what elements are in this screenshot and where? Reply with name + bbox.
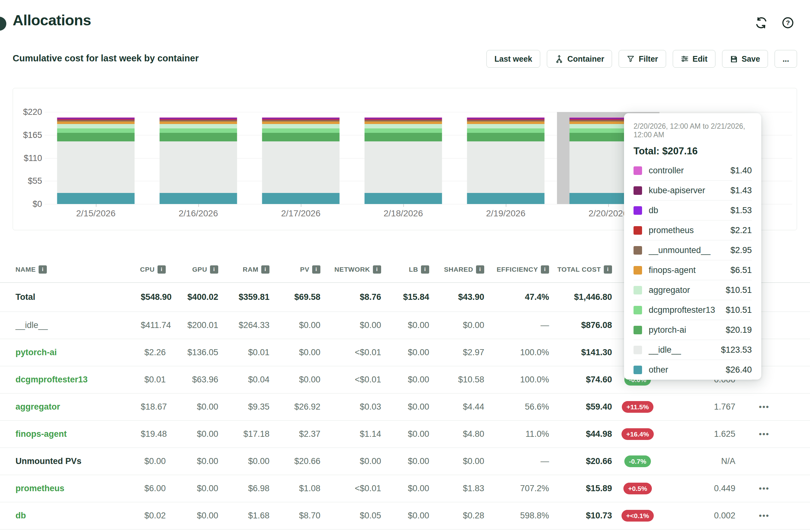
cell-cpu: $2.26 (139, 348, 168, 357)
chart-bar-slot[interactable]: 2/16/2026 (147, 112, 249, 204)
cell-efficiency: — (486, 320, 551, 330)
chart-bar-slot[interactable]: 2/18/2026 (352, 112, 454, 204)
cell-network: $0.03 (322, 402, 383, 412)
cell-cost-change: -0.7% (614, 455, 661, 467)
info-icon[interactable]: i (421, 265, 429, 274)
cell-gpu: $0.00 (168, 402, 220, 412)
toolbar-button-lastweek[interactable]: Last week (486, 50, 540, 68)
chart-bar-slot[interactable]: 2/15/2026 (45, 112, 147, 204)
column-header-cpu[interactable]: CPUi (139, 265, 168, 274)
legend-swatch (633, 326, 642, 334)
cell-gpu: $0.00 (168, 511, 220, 521)
info-icon[interactable]: i (210, 265, 218, 274)
row-actions-menu-button[interactable]: ••• (759, 511, 769, 520)
cell-gpu: $0.00 (168, 429, 220, 439)
cell-ram: $0.00 (220, 456, 271, 466)
info-icon[interactable]: i (38, 265, 47, 274)
toolbar-button-filter[interactable]: Filter (619, 50, 666, 68)
bar-segment-__idle__ (365, 141, 442, 193)
stacked-bar-2/17/2026[interactable] (262, 117, 340, 204)
row-actions-menu-button[interactable]: ••• (759, 429, 769, 439)
column-header-label: NETWORK (334, 266, 370, 273)
row-actions-menu-button[interactable]: ••• (759, 402, 769, 412)
column-header-pv[interactable]: PVi (271, 265, 322, 274)
row-name[interactable]: aggregator (0, 402, 139, 412)
cell-network: $1.14 (322, 429, 383, 439)
bar-segment-aggregator (57, 124, 135, 128)
column-header-gpu[interactable]: GPUi (168, 265, 220, 274)
toolbar-button-save[interactable]: Save (722, 50, 768, 68)
legend-name: other (649, 365, 726, 375)
cell-gpu: $0.00 (168, 456, 220, 466)
row-name[interactable]: prometheus (0, 484, 139, 494)
bar-segment-pytorch-ai (365, 133, 442, 141)
cell-ram: $6.98 (220, 484, 271, 494)
cell-actions: ••• (737, 484, 791, 494)
cell-network: $0.00 (322, 320, 383, 330)
info-icon[interactable]: i (373, 265, 381, 274)
row-name[interactable]: dcgmproftester13 (0, 375, 139, 385)
row-actions-menu-button[interactable]: ••• (759, 484, 769, 493)
legend-value: $20.19 (726, 325, 752, 335)
x-axis-tick (608, 204, 609, 207)
row-name: Total (0, 292, 139, 302)
x-axis-tick (198, 204, 199, 207)
x-axis-tick (506, 204, 506, 207)
legend-value: $10.51 (726, 285, 752, 295)
bar-segment-finops-agent (57, 122, 135, 124)
legend-swatch (633, 166, 642, 175)
cell-ram: $264.33 (220, 320, 271, 330)
sidebar-edge-bump[interactable] (0, 17, 6, 31)
legend-value: $6.51 (730, 265, 752, 275)
bar-segment-aggregator (262, 124, 340, 128)
legend-swatch (633, 366, 642, 374)
stacked-bar-2/18/2026[interactable] (365, 117, 442, 204)
toolbar-button-container[interactable]: Container (547, 50, 612, 68)
toolbar-button-edit[interactable]: Edit (673, 50, 715, 68)
toolbar-button-[interactable]: ... (775, 50, 797, 68)
help-button[interactable]: ? (781, 16, 795, 30)
bar-segment-other (467, 193, 545, 204)
cell-pv: $69.58 (271, 292, 322, 302)
cell-shared: $2.97 (431, 348, 486, 357)
chart-bar-slot[interactable]: 2/17/2026 (249, 112, 352, 204)
stacked-bar-2/19/2026[interactable] (467, 117, 545, 204)
y-axis-label: $55 (13, 176, 42, 186)
info-icon[interactable]: i (604, 265, 612, 274)
info-icon[interactable]: i (476, 265, 484, 274)
row-name[interactable]: finops-agent (0, 429, 139, 439)
cell-cpu: $548.90 (139, 292, 168, 302)
column-header-name[interactable]: NAMEi (0, 265, 139, 274)
cell-cpu: $0.00 (139, 456, 168, 466)
chart-bar-slot[interactable]: 2/19/2026 (454, 112, 557, 204)
cell-network: $0.00 (322, 456, 383, 466)
table-row-unmounted-pvs: Unmounted PVs$0.00$0.00$0.00$20.66$0.00$… (0, 448, 810, 475)
cell-shared: $0.00 (431, 320, 486, 330)
row-name[interactable]: db (0, 511, 139, 521)
info-icon[interactable]: i (261, 265, 270, 274)
stacked-bar-2/16/2026[interactable] (160, 117, 237, 204)
row-name[interactable]: pytorch-ai (0, 348, 139, 357)
cell-network: <$0.01 (322, 375, 383, 385)
x-axis-tick (96, 204, 96, 207)
info-icon[interactable]: i (312, 265, 320, 274)
legend-value: $1.43 (730, 186, 752, 195)
column-header-shared[interactable]: SHAREDi (431, 265, 486, 274)
column-header-lb[interactable]: LBi (383, 265, 431, 274)
refresh-button[interactable] (754, 16, 768, 30)
column-header-label: RAM (243, 266, 258, 273)
bar-segment-pytorch-ai (160, 133, 237, 141)
cell-lb: $15.84 (383, 292, 431, 302)
cell-gpu: $400.02 (168, 292, 220, 302)
column-header-ram[interactable]: RAMi (220, 265, 271, 274)
column-header-label: PV (300, 266, 309, 273)
column-header-network[interactable]: NETWORKi (322, 265, 383, 274)
info-icon[interactable]: i (158, 265, 166, 274)
column-header-efficiency[interactable]: EFFICIENCYi (486, 265, 551, 274)
cell-score: 0.002 (661, 511, 737, 521)
info-icon[interactable]: i (541, 265, 549, 274)
stacked-bar-2/15/2026[interactable] (57, 117, 135, 204)
legend-value: $2.95 (730, 245, 752, 255)
bar-segment-aggregator (160, 124, 237, 128)
column-header-total-cost[interactable]: TOTAL COSTi (551, 265, 614, 274)
